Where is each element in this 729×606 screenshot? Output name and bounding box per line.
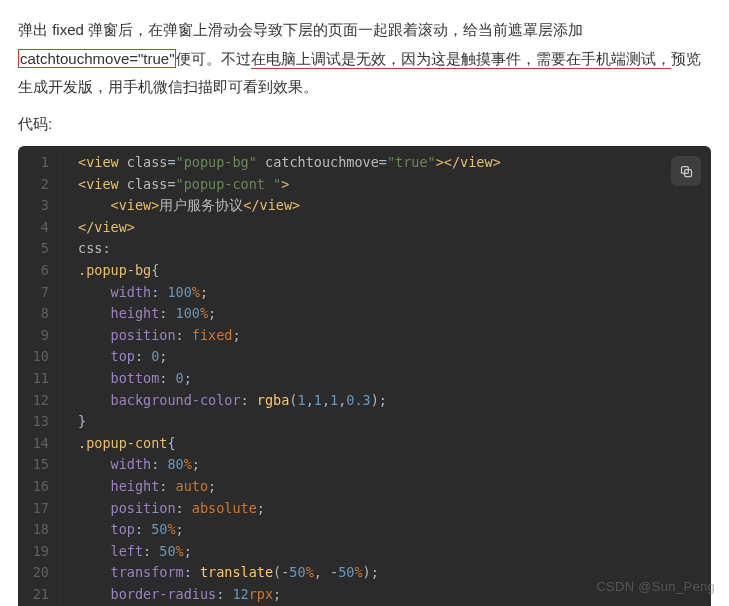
code-line: top: 0; [78, 346, 711, 368]
watermark: CSDN @Sun_Peng [596, 575, 715, 600]
underline-segment: 在电脑上调试是无效，因为这是触摸事件， [251, 50, 536, 69]
code-line: background-color: rgba(1,1,1,0.3); [78, 390, 711, 412]
code-line: .popup-bg{ [78, 260, 711, 282]
text-segment: 便可。不过 [176, 50, 251, 67]
code-line: left: 50%; [78, 541, 711, 563]
code-line: <view class="popup-bg" catchtouchmove="t… [78, 152, 711, 174]
line-number-gutter: 1234567891011121314151617181920212223 [18, 152, 60, 606]
underline-segment: 需要在手机端测试， [536, 50, 671, 69]
code-line: bottom: 0; [78, 368, 711, 390]
copy-icon [679, 164, 694, 179]
code-line: top: 50%; [78, 519, 711, 541]
code-line: css: [78, 238, 711, 260]
code-line: height: auto; [78, 476, 711, 498]
code-line: position: fixed; [78, 325, 711, 347]
code-line: <view>用户服务协议</view> [78, 195, 711, 217]
code-content[interactable]: <view class="popup-bg" catchtouchmove="t… [70, 152, 711, 606]
code-label: 代码: [18, 110, 711, 139]
code-line: } [78, 411, 711, 433]
code-line: .popup-cont{ [78, 433, 711, 455]
code-block: 1234567891011121314151617181920212223 <v… [18, 146, 711, 606]
copy-button[interactable] [671, 156, 701, 186]
highlight-box: catchtouchmove="true" [18, 49, 176, 68]
code-line: <view class="popup-cont "> [78, 174, 711, 196]
code-line: height: 100%; [78, 303, 711, 325]
text-segment: 弹出 fixed 弹窗后，在弹窗上滑动会导致下层的页面一起跟着滚动，给当前遮罩层… [18, 21, 583, 38]
code-line: </view> [78, 217, 711, 239]
description-paragraph: 弹出 fixed 弹窗后，在弹窗上滑动会导致下层的页面一起跟着滚动，给当前遮罩层… [18, 16, 711, 102]
code-line: width: 80%; [78, 454, 711, 476]
code-line: position: absolute; [78, 498, 711, 520]
code-line: width: 100%; [78, 282, 711, 304]
